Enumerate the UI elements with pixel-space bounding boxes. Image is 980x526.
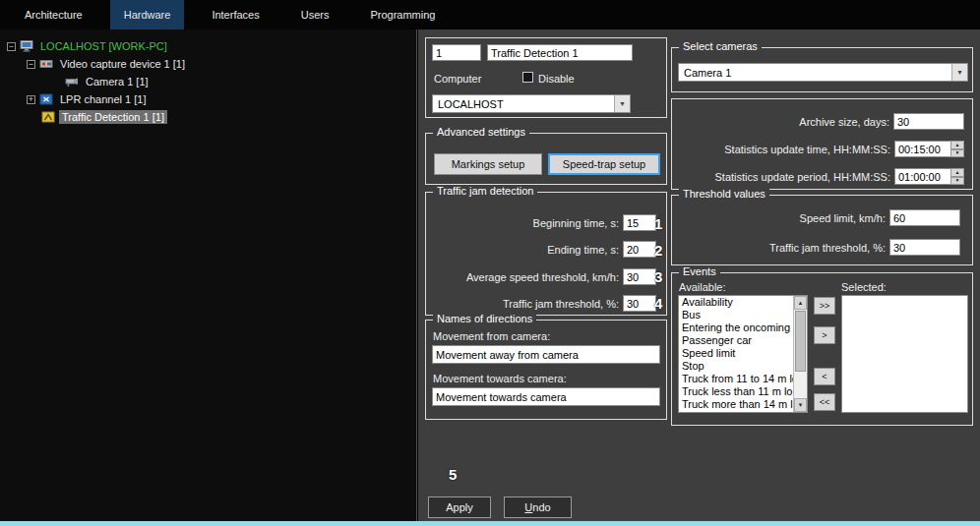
undo-button[interactable]: Undo [504, 497, 572, 518]
time-spinner: ▲ ▼ [950, 141, 964, 157]
list-item[interactable]: Truck from 11 to 14 m lo [679, 373, 793, 385]
capture-device-icon [39, 58, 53, 70]
chevron-down-icon[interactable]: ▼ [614, 95, 630, 112]
tree-item-video-capture-device[interactable]: − Video capture device 1 [1] [0, 55, 416, 73]
spin-up-icon[interactable]: ▲ [950, 168, 964, 177]
chevron-down-icon[interactable]: ▼ [951, 64, 967, 81]
button-label: Apply [446, 501, 473, 513]
move-left-button[interactable]: < [814, 368, 835, 385]
button-label: << [820, 397, 830, 407]
disable-checkbox[interactable] [522, 72, 533, 83]
list-item[interactable]: Passenger car [679, 334, 793, 347]
button-label: < [822, 372, 827, 381]
tree-item-label: LOCALHOST [WORK-PC] [37, 39, 170, 53]
scroll-down-icon[interactable]: ▼ [794, 398, 807, 412]
list-item[interactable]: Availability [679, 296, 793, 309]
beginning-time-label: Beginning time, s: [533, 217, 619, 229]
move-right-button[interactable]: > [814, 326, 835, 344]
spin-up-icon[interactable]: ▲ [950, 141, 964, 149]
threshold-jam-field[interactable] [889, 239, 960, 256]
spin-down-icon[interactable]: ▼ [950, 149, 964, 158]
list-item[interactable]: Speed limit [679, 347, 793, 360]
speed-limit-field[interactable] [889, 209, 960, 226]
stats-update-period-label: Statistics update period, HH:MM:SS: [714, 171, 890, 183]
tree-item-camera[interactable]: Camera 1 [1] [0, 73, 416, 90]
collapse-icon[interactable]: − [7, 42, 16, 51]
movement-from-label: Movement from camera: [433, 330, 550, 342]
button-label: >> [820, 301, 830, 311]
movement-towards-field[interactable] [432, 387, 660, 406]
stats-update-time-field[interactable] [894, 141, 951, 157]
archive-size-field[interactable] [893, 113, 964, 130]
tab-users[interactable]: Users [287, 0, 343, 29]
collapse-icon[interactable]: − [27, 60, 35, 69]
move-all-left-button[interactable]: << [814, 393, 835, 411]
ending-time-label: Ending time, s: [547, 244, 619, 256]
vertical-scrollbar[interactable]: ▲ ▼ [793, 296, 807, 412]
tree-item-label: Video capture device 1 [1] [57, 57, 188, 71]
button-label: Speed-trap setup [563, 158, 645, 170]
markings-setup-button[interactable]: Markings setup [434, 153, 542, 175]
lpr-channel-icon [39, 93, 53, 105]
object-id-field[interactable] [432, 44, 481, 61]
ending-time-field[interactable] [623, 241, 656, 258]
expand-icon[interactable]: + [27, 95, 35, 104]
camera-combo[interactable]: Camera 1 ▼ [678, 63, 968, 82]
object-name-field[interactable] [487, 44, 633, 61]
tab-architecture[interactable]: Architecture [11, 0, 96, 29]
tree-item-lpr-channel[interactable]: + LPR channel 1 [1] [0, 90, 416, 108]
movement-towards-label: Movement towards camera: [433, 373, 567, 384]
ending-time-row: Ending time, s: [432, 241, 656, 258]
annotation-1: 1 [654, 215, 662, 232]
tab-hardware[interactable]: Hardware [110, 0, 185, 29]
tab-interfaces[interactable]: Interfaces [198, 0, 273, 29]
group-title: Traffic jam detection [433, 185, 537, 197]
selected-label: Selected: [841, 281, 887, 293]
spin-down-icon[interactable]: ▼ [950, 177, 964, 186]
beginning-time-field[interactable] [623, 214, 656, 231]
apply-button[interactable]: Apply [428, 497, 491, 518]
disable-label: Disable [538, 73, 575, 85]
hardware-tree-panel: − LOCALHOST [WORK-PC] − Video capture de… [0, 29, 417, 521]
jam-threshold-row: Traffic jam threshold, %: [432, 295, 656, 312]
list-item[interactable]: Entering the oncoming la [679, 321, 793, 334]
speed-trap-setup-button[interactable]: Speed-trap setup [548, 153, 660, 175]
tree-item-localhost[interactable]: − LOCALHOST [WORK-PC] [0, 37, 416, 55]
jam-threshold-field[interactable] [623, 295, 656, 312]
avg-speed-threshold-field[interactable] [623, 268, 656, 285]
group-title: Names of directions [433, 313, 536, 324]
scroll-up-icon[interactable]: ▲ [794, 296, 807, 310]
list-item[interactable]: Bus [679, 309, 793, 321]
available-events-list[interactable]: Availability Bus Entering the oncoming l… [678, 295, 808, 413]
select-cameras-group: Select cameras Camera 1 ▼ [671, 47, 973, 92]
computer-combo[interactable]: LOCALHOST ▼ [432, 94, 631, 113]
avg-speed-threshold-label: Average speed threshold, km/h: [466, 271, 619, 283]
camera-combo-value: Camera 1 [679, 67, 951, 79]
scroll-thumb[interactable] [795, 311, 806, 372]
selected-events-list[interactable] [841, 295, 968, 413]
list-item[interactable]: Truck less than 11 m lor [679, 385, 793, 398]
tree-item-label: Camera 1 [1] [83, 75, 152, 88]
annotation-4: 4 [654, 295, 662, 312]
tree-item-label: LPR channel 1 [1] [57, 92, 149, 106]
directions-group: Names of directions Movement from camera… [425, 320, 667, 420]
movement-from-field[interactable] [432, 345, 660, 364]
camera-icon [65, 76, 79, 88]
computer-icon [20, 40, 33, 52]
scroll-track[interactable] [794, 310, 807, 398]
bottom-edge-strip [0, 521, 980, 526]
application-window: Architecture Hardware Interfaces Users P… [0, 0, 980, 526]
stats-update-period-field[interactable] [894, 168, 951, 185]
tab-programming[interactable]: Programming [356, 0, 449, 29]
available-label: Available: [679, 281, 726, 293]
list-item[interactable]: Stop [679, 360, 793, 373]
list-item[interactable]: Truck more than 14 m lo [679, 398, 793, 411]
traffic-jam-group: Traffic jam detection Beginning time, s:… [425, 192, 667, 316]
tree-item-traffic-detection[interactable]: Traffic Detection 1 [1] [0, 108, 416, 126]
advanced-settings-group: Advanced settings Markings setup Speed-t… [425, 133, 667, 185]
group-title: Select cameras [679, 40, 762, 52]
button-label: > [822, 330, 827, 340]
move-all-right-button[interactable]: >> [814, 297, 835, 315]
annotation-5: 5 [449, 466, 457, 483]
computer-combo-value: LOCALHOST [433, 98, 614, 110]
